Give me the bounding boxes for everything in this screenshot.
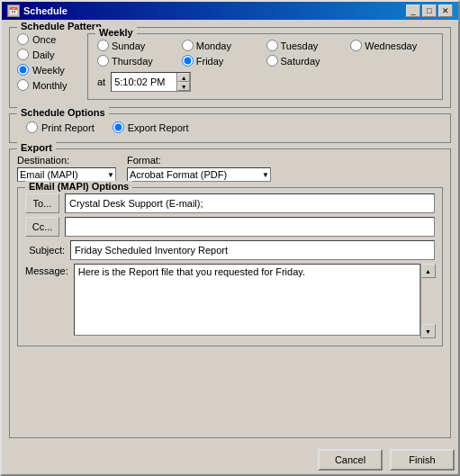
saturday-item: Saturday [266,55,349,67]
once-radio-item: Once [17,33,80,45]
schedule-options-group: Schedule Options Print Report Export Rep… [9,113,451,143]
weekly-group-label: Weekly [95,27,137,38]
format-label: Format: [127,155,271,166]
message-scrollbar[interactable]: ▲ ▼ [420,264,435,338]
schedule-pattern-label: Schedule Pattern [17,21,105,31]
friday-radio[interactable] [182,55,194,67]
dest-format-row: Destination: Email (MAPI) Disk File ▼ Fo… [17,155,443,182]
schedule-pattern-content: Once Daily Weekly Monthly [17,33,443,100]
monthly-radio[interactable] [17,79,29,91]
friday-label: Friday [196,56,224,67]
window-title: Schedule [23,5,68,16]
daily-radio-item: Daily [17,49,80,60]
thursday-radio[interactable] [97,55,109,67]
print-option-item: Print Report [26,121,95,133]
schedule-options-label: Schedule Options [17,107,109,118]
time-up-button[interactable]: ▲ [177,73,190,82]
time-input-wrap: ▲ ▼ [111,72,191,92]
message-row: Message: ▲ ▼ [25,264,435,338]
weekly-label: Weekly [32,65,65,76]
destination-select-container: Email (MAPI) Disk File ▼ [17,167,116,182]
subject-row: Subject: [25,240,435,260]
destination-label: Destination: [17,155,116,166]
once-radio[interactable] [17,33,29,45]
cc-input[interactable] [65,217,435,237]
saturday-label: Saturday [281,56,320,67]
message-wrap: ▲ ▼ [74,264,435,338]
at-row: at ▲ ▼ [97,72,433,92]
print-radio[interactable] [26,121,38,133]
message-label: Message: [25,264,68,276]
time-spin-buttons: ▲ ▼ [176,73,190,91]
message-textarea[interactable] [74,264,420,336]
finish-button[interactable]: Finish [390,449,455,471]
export-label: Export Report [128,122,189,133]
daily-label: Daily [32,49,54,60]
monthly-label: Monthly [32,80,68,91]
sunday-item: Sunday [97,40,180,51]
minimize-button[interactable]: _ [406,4,420,17]
title-buttons: _ □ ✕ [406,4,453,17]
to-input[interactable] [65,193,435,213]
title-bar: 📅 Schedule _ □ ✕ [2,2,458,20]
weekly-radio-item: Weekly [17,64,80,76]
to-row: To... [25,193,435,213]
window-content: Schedule Pattern Once Daily Weekly [2,20,458,445]
cc-row: Cc... [25,217,435,237]
export-option-item: Export Report [113,121,189,133]
bottom-buttons: Cancel Finish [2,445,458,474]
tuesday-item: Tuesday [266,40,349,51]
monday-label: Monday [196,40,231,51]
weekly-radio[interactable] [17,64,29,76]
subject-label: Subject: [25,245,65,256]
subject-input[interactable] [70,240,435,260]
wednesday-label: Wednesday [365,40,417,51]
cc-button[interactable]: Cc... [25,217,59,237]
destination-select[interactable]: Email (MAPI) Disk File [17,167,116,182]
thursday-item: Thursday [97,55,180,67]
tuesday-radio[interactable] [266,40,278,51]
schedule-window: 📅 Schedule _ □ ✕ Schedule Pattern Once [0,0,460,476]
sunday-label: Sunday [112,40,145,51]
cancel-button[interactable]: Cancel [318,449,383,471]
mapi-options-label: EMail (MAPI) Options [25,181,132,192]
window-icon: 📅 [7,4,20,17]
sunday-radio[interactable] [97,40,109,51]
once-label: Once [32,34,56,45]
format-select[interactable]: Acrobat Format (PDF) Excel Word [127,167,271,182]
mapi-options-group: EMail (MAPI) Options To... Cc... Subject… [17,187,443,346]
monday-radio[interactable] [182,40,194,51]
tuesday-label: Tuesday [281,40,319,51]
close-button[interactable]: ✕ [438,4,453,17]
days-grid: Sunday Monday Tuesday Wednesday [97,40,433,67]
wednesday-radio[interactable] [350,40,362,51]
to-button[interactable]: To... [25,193,59,213]
destination-field: Destination: Email (MAPI) Disk File ▼ [17,155,116,182]
schedule-pattern-group: Schedule Pattern Once Daily Weekly [9,27,451,108]
export-radio[interactable] [113,121,124,133]
wednesday-item: Wednesday [350,40,433,51]
format-select-container: Acrobat Format (PDF) Excel Word ▼ [127,167,271,182]
saturday-radio[interactable] [266,55,278,67]
scroll-up-button[interactable]: ▲ [421,264,436,278]
thursday-label: Thursday [112,56,153,67]
time-down-button[interactable]: ▼ [177,82,190,91]
at-label: at [97,76,105,87]
pattern-list: Once Daily Weekly Monthly [17,33,80,91]
daily-radio[interactable] [17,49,29,60]
maximize-button[interactable]: □ [422,4,437,17]
monthly-radio-item: Monthly [17,79,80,91]
format-field: Format: Acrobat Format (PDF) Excel Word … [127,155,271,182]
time-input[interactable] [112,76,176,88]
export-group-label: Export [17,142,56,153]
export-group: Export Destination: Email (MAPI) Disk Fi… [9,148,451,438]
friday-item: Friday [182,55,265,67]
weekly-box: Weekly Sunday Monday Tuesday [87,33,443,100]
schedule-options-content: Print Report Export Report [17,120,443,135]
print-label: Print Report [41,122,95,133]
monday-item: Monday [182,40,265,51]
scroll-down-button[interactable]: ▼ [421,324,436,338]
